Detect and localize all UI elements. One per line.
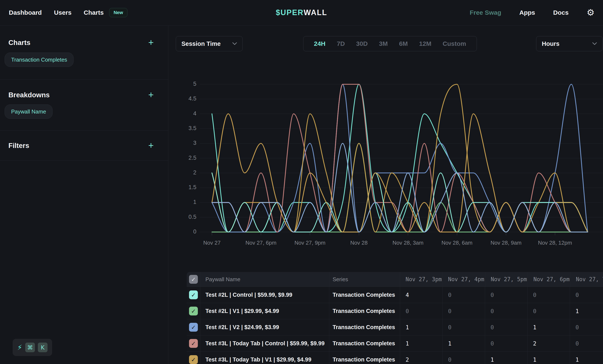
value-cell: 0: [570, 335, 603, 351]
sidebar: Charts + Transaction Completes Breakdown…: [0, 26, 168, 364]
column-header-label: Nov 27, 5pm: [491, 276, 527, 283]
column-header[interactable]: Paywall Name: [200, 272, 329, 287]
time-range-group: 24H 7D 30D 3M 6M 12M Custom: [303, 36, 477, 51]
breakdowns-section-title: Breakdowns: [8, 91, 50, 99]
value-cell: 0: [400, 303, 442, 319]
row-checkbox[interactable]: ✓: [189, 355, 198, 364]
value-cell: 1: [400, 319, 442, 335]
checkbox-cell: ✓: [187, 319, 200, 335]
header-checkbox-cell: ✓: [187, 272, 200, 287]
sidebar-section-filters: Filters +: [0, 131, 168, 160]
series-cell: Transaction Completes: [329, 335, 400, 351]
column-header[interactable]: Nov 27, 7pm: [570, 272, 603, 287]
select-all-checkbox[interactable]: ✓: [189, 275, 198, 284]
column-header-label: Series: [333, 276, 348, 283]
range-12m[interactable]: 12M: [419, 40, 431, 47]
x-tick-label: Nov 27, 9pm: [283, 239, 337, 246]
row-checkbox[interactable]: ✓: [189, 290, 198, 299]
add-chart-button[interactable]: +: [147, 38, 155, 47]
value-cell: 4: [400, 287, 442, 303]
nav-item-docs[interactable]: Docs: [553, 9, 568, 16]
table-row[interactable]: ✓Test #3L | Today Tab | V1 | $29.99, $4.…: [187, 351, 603, 364]
table-row[interactable]: ✓Test #2L | V2 | $24.99, $3.99Transactio…: [187, 319, 603, 335]
x-tick-label: Nov 27: [185, 239, 239, 246]
nav-item-apps[interactable]: Apps: [519, 9, 535, 16]
value-cell: 0: [485, 319, 528, 335]
value-cell: 0: [442, 287, 485, 303]
value-cell: 0: [528, 287, 570, 303]
value-cell: 1: [485, 352, 528, 364]
column-header-label: Nov 27, 6pm: [533, 276, 569, 283]
table-row[interactable]: ✓Test #3L | Today Tab | Control | $59.99…: [187, 335, 603, 351]
x-tick-label: Nov 28, 9am: [479, 239, 533, 246]
add-breakdown-button[interactable]: +: [147, 90, 155, 99]
column-header[interactable]: Nov 27, 6pm: [528, 272, 570, 287]
paywall-name-cell: Test #3L | Today Tab | V1 | $29.99, $4.9…: [200, 352, 329, 364]
range-7d[interactable]: 7D: [337, 40, 345, 47]
sidebar-section-charts: Charts + Transaction Completes: [0, 26, 168, 80]
value-cell: 0: [570, 319, 603, 335]
paywall-name-cell: Test #3L | Today Tab | Control | $59.99,…: [200, 335, 329, 351]
logo-accent-text: $UPER: [276, 8, 304, 17]
metric-select[interactable]: Session Time: [176, 36, 243, 51]
checkbox-cell: ✓: [187, 352, 200, 364]
superwall-logo[interactable]: $UPERWALL: [276, 0, 327, 25]
column-header[interactable]: Nov 27, 3pm: [400, 272, 442, 287]
column-header-label: Nov 27, 3pm: [406, 276, 442, 283]
x-tick-label: Nov 27, 6pm: [233, 239, 288, 246]
value-cell: 1: [442, 335, 485, 351]
x-tick-label: Nov 28, 6am: [430, 239, 484, 246]
column-header[interactable]: Nov 27, 4pm: [442, 272, 485, 287]
range-30d[interactable]: 30D: [356, 40, 368, 47]
sidebar-section-breakdowns: Breakdowns + Paywall Name: [0, 80, 168, 131]
series-cell: Transaction Completes: [329, 303, 400, 319]
nav-item-free-swag[interactable]: Free Swag: [470, 9, 501, 16]
column-header[interactable]: Nov 27, 5pm: [485, 272, 528, 287]
lightning-bolt-icon: ⚡: [17, 344, 22, 351]
row-checkbox[interactable]: ✓: [189, 307, 198, 316]
value-cell: 0: [442, 319, 485, 335]
chevron-down-icon: [592, 42, 597, 45]
unit-select[interactable]: Hours: [536, 36, 603, 51]
chart-pill-transaction-completes[interactable]: Transaction Completes: [5, 53, 74, 67]
range-3m[interactable]: 3M: [379, 40, 388, 47]
value-cell: 2: [400, 352, 442, 364]
value-cell: 1: [528, 319, 570, 335]
value-cell: 0: [528, 303, 570, 319]
nav-item-dashboard[interactable]: Dashboard: [9, 9, 42, 16]
nav-item-charts[interactable]: Charts: [84, 9, 104, 16]
range-custom[interactable]: Custom: [442, 40, 466, 47]
series-cell: Transaction Completes: [329, 352, 400, 364]
top-nav: Dashboard Users Charts New $UPERWALL Fre…: [0, 0, 603, 26]
superwall-dashboard: Dashboard Users Charts New $UPERWALL Fre…: [0, 0, 603, 364]
nav-item-users[interactable]: Users: [54, 9, 71, 16]
row-checkbox[interactable]: ✓: [189, 339, 198, 348]
value-cell: 1: [400, 335, 442, 351]
nav-left: Dashboard Users Charts New: [9, 0, 128, 25]
breakdown-pill-paywall-name[interactable]: Paywall Name: [5, 104, 53, 119]
checkbox-cell: ✓: [187, 287, 200, 303]
gear-icon[interactable]: ⚙: [587, 8, 595, 17]
command-palette-shortcut[interactable]: ⚡ ⌘ K: [13, 339, 52, 356]
value-cell: 1: [570, 352, 603, 364]
column-header[interactable]: Series: [329, 272, 400, 287]
value-cell: 0: [485, 287, 528, 303]
row-checkbox[interactable]: ✓: [189, 323, 198, 332]
nav-right: Free Swag Apps Docs ⚙: [470, 0, 595, 25]
metric-select-value: Session Time: [181, 40, 220, 47]
k-keycap: K: [38, 342, 47, 352]
table-row[interactable]: ✓Test #2L | V1 | $29.99, $4.99Transactio…: [187, 303, 603, 319]
add-filter-button[interactable]: +: [147, 141, 155, 150]
value-cell: 0: [442, 352, 485, 364]
range-24h[interactable]: 24H: [314, 40, 325, 47]
x-tick-label: Nov 28, 12pm: [528, 239, 582, 246]
table-row[interactable]: ✓Test #2L | Control | $59.99, $9.99Trans…: [187, 287, 603, 303]
checkbox-cell: ✓: [187, 303, 200, 319]
logo-rest-text: WALL: [304, 8, 327, 17]
value-cell: 2: [528, 335, 570, 351]
range-6m[interactable]: 6M: [399, 40, 408, 47]
series-cell: Transaction Completes: [329, 287, 400, 303]
value-cell: 1: [528, 352, 570, 364]
line-chart: Nov 27Nov 27, 6pmNov 27, 9pmNov 28Nov 28…: [185, 78, 603, 253]
paywall-name-cell: Test #2L | V1 | $29.99, $4.99: [200, 303, 329, 319]
